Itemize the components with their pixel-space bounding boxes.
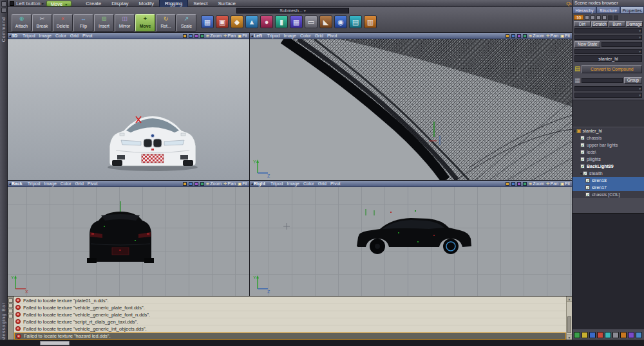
zoom-control[interactable]: ⊕Zoom (529, 181, 544, 187)
viewport-menu-icon[interactable]: ◂ (9, 33, 11, 38)
menu-color[interactable]: Color (61, 181, 71, 186)
state-slot-icon[interactable] (591, 15, 595, 20)
burn-button[interactable]: Burn (609, 21, 625, 27)
expander-icon[interactable]: ▾ (580, 171, 582, 176)
primitive-icon[interactable]: ▦ (201, 15, 214, 28)
shading-mode-icon[interactable] (183, 182, 187, 186)
group-target-field[interactable] (582, 78, 622, 83)
viewport-menu-icon[interactable]: ◂ (251, 181, 253, 186)
viewport-name[interactable]: Left (254, 33, 262, 38)
lighting-mode-icon[interactable] (523, 34, 527, 38)
viewport-3d-canvas[interactable] (8, 39, 249, 180)
alternate-state-field[interactable]: ▾ (574, 35, 642, 40)
tree-node[interactable]: ✓upper bar lights (573, 141, 644, 149)
damage-button[interactable]: Damage (626, 21, 643, 27)
scrollbar-thumb[interactable] (567, 316, 571, 333)
log-filter-icon[interactable] (8, 314, 13, 318)
strip-tool-icon[interactable] (1, 1, 6, 6)
log-entry-selected[interactable]: ×Failed to locate texture "hazard led.dd… (14, 332, 566, 340)
panel-tool-icon[interactable] (582, 332, 588, 338)
active-tool-chip[interactable]: Move ▾ (46, 1, 71, 6)
log-entry[interactable]: ×Failed to locate texture "vehicle_gener… (14, 311, 566, 318)
rotate-button[interactable]: ↻Rot... (156, 14, 176, 32)
log-entry[interactable]: ×Failed to locate texture "vehicle_gener… (14, 304, 566, 311)
panel-tool-icon[interactable] (589, 332, 596, 338)
shading-mode-icon[interactable] (506, 34, 509, 38)
menu-grid[interactable]: Grid (318, 181, 327, 186)
pan-control[interactable]: ✛Pan (546, 181, 558, 187)
textured-mode-icon[interactable] (517, 182, 521, 186)
tree-node[interactable]: ✓BackLight89 (573, 163, 644, 170)
menu-create[interactable]: Create (80, 0, 106, 7)
menu-tripod[interactable]: Tripod (23, 33, 35, 38)
option-field[interactable]: ▾ (574, 93, 642, 98)
viewport-name[interactable]: 3D (12, 33, 17, 38)
state-name-field[interactable]: ▾ (574, 28, 642, 33)
viewport-menu-icon[interactable]: ◂ (9, 181, 11, 186)
scroll-down-icon[interactable]: ▾ (567, 334, 572, 340)
tab-properties[interactable]: Properties (620, 6, 644, 14)
log-filter-icon[interactable] (8, 304, 13, 308)
menu-pivot[interactable]: Pivot (82, 33, 93, 38)
panel-tool-icon[interactable] (612, 332, 619, 338)
fit-control[interactable]: ▣Fit (238, 181, 247, 187)
tree-node-selected[interactable]: ✓siren18 (573, 177, 644, 184)
pan-control[interactable]: ✛Pan (223, 33, 236, 39)
pan-control[interactable]: ✛Pan (223, 181, 236, 187)
menu-image[interactable]: Image (283, 33, 296, 38)
wireframe-mode-icon[interactable] (189, 182, 193, 186)
log-scrollbar[interactable]: ▴ ▾ (566, 296, 572, 340)
menu-tripod[interactable]: Tripod (267, 33, 280, 38)
panel-tool-icon[interactable] (597, 332, 603, 338)
state-slot-icon[interactable] (614, 15, 618, 20)
primitive-icon[interactable]: ◣ (319, 15, 332, 28)
textured-mode-icon[interactable] (517, 34, 521, 38)
lighting-mode-icon[interactable] (523, 182, 527, 186)
panel-tool-icon[interactable] (628, 332, 634, 338)
fit-control[interactable]: ▣Fit (238, 33, 247, 39)
mirror-button[interactable]: ◫Mirror (115, 14, 135, 32)
primitive-icon[interactable]: ● (260, 15, 273, 28)
menu-select[interactable]: Select (188, 0, 213, 7)
status-field[interactable] (40, 341, 70, 345)
primitive-icon[interactable]: ▣ (216, 15, 229, 28)
expander-icon[interactable]: ▾ (574, 129, 576, 133)
tree-node-selected[interactable]: ✓siren17 (573, 184, 644, 191)
zoom-control[interactable]: ⊕Zoom (529, 33, 544, 39)
wireframe-mode-icon[interactable] (511, 34, 515, 38)
visibility-checkbox[interactable]: ✓ (585, 178, 590, 183)
group-button[interactable]: Group (624, 77, 642, 84)
state-slot-icon[interactable] (602, 15, 607, 20)
viewport-name[interactable]: Back (12, 181, 23, 186)
state-slot-icon[interactable] (585, 15, 589, 20)
visibility-checkbox[interactable]: ✓ (585, 192, 590, 197)
log-filter-icon[interactable] (8, 309, 13, 313)
new-state-button[interactable]: New State (574, 41, 600, 48)
menu-grid[interactable]: Grid (315, 33, 323, 38)
state-slot-icon[interactable] (596, 15, 601, 20)
primitive-icon[interactable]: ◆ (231, 15, 243, 28)
primitive-icon[interactable]: ◉ (334, 15, 347, 28)
visibility-checkbox[interactable]: ✓ (580, 164, 585, 168)
log-entry[interactable]: ×Failed to locate texture "vehicle_gener… (14, 325, 566, 332)
menu-modify[interactable]: Modify (134, 0, 160, 7)
dirt-button[interactable]: Dirt (574, 21, 591, 27)
strip-tool-icon[interactable] (1, 8, 6, 13)
wireframe-mode-icon[interactable] (189, 34, 193, 38)
tree-node[interactable]: ✓chassis (573, 134, 644, 141)
panel-tool-icon[interactable] (620, 332, 627, 338)
state-slot-icon[interactable] (608, 15, 612, 20)
panel-tool-icon[interactable] (605, 332, 611, 338)
menu-image[interactable]: Image (44, 181, 56, 186)
chevron-down-icon[interactable]: ▾ (42, 1, 44, 6)
menu-surface[interactable]: Surface (213, 0, 241, 7)
left-button-label[interactable]: Left button (16, 1, 41, 6)
viewport-back-canvas[interactable]: Y X (8, 187, 249, 296)
tab-hierarchy[interactable]: Hierarchy (573, 6, 596, 14)
menu-rigging[interactable]: Rigging (159, 0, 188, 7)
tree-node[interactable]: ✓chassis [COL] (573, 191, 644, 198)
textured-mode-icon[interactable] (194, 34, 198, 38)
delete-button[interactable]: ×Delete (53, 14, 73, 32)
tab-structure[interactable]: Structure (596, 6, 620, 14)
zoom-control[interactable]: ⊕Zoom (206, 181, 222, 187)
